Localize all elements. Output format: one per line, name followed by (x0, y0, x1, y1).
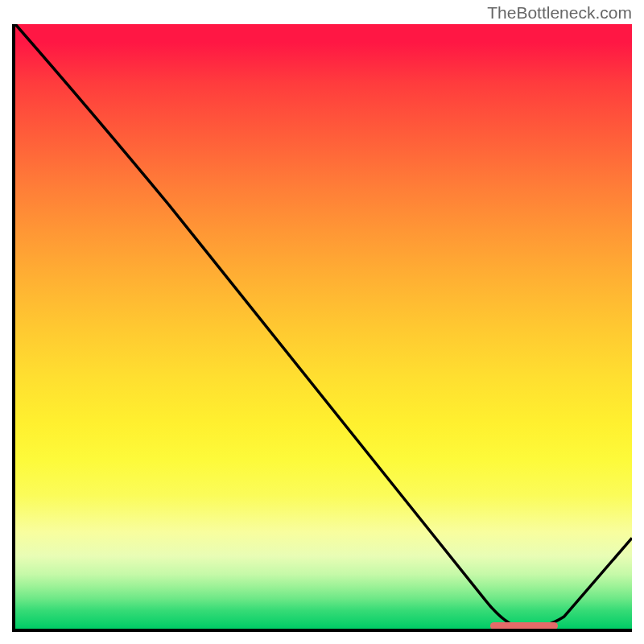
watermark-text: TheBottleneck.com (487, 3, 632, 23)
chart-axes-frame (12, 24, 632, 632)
